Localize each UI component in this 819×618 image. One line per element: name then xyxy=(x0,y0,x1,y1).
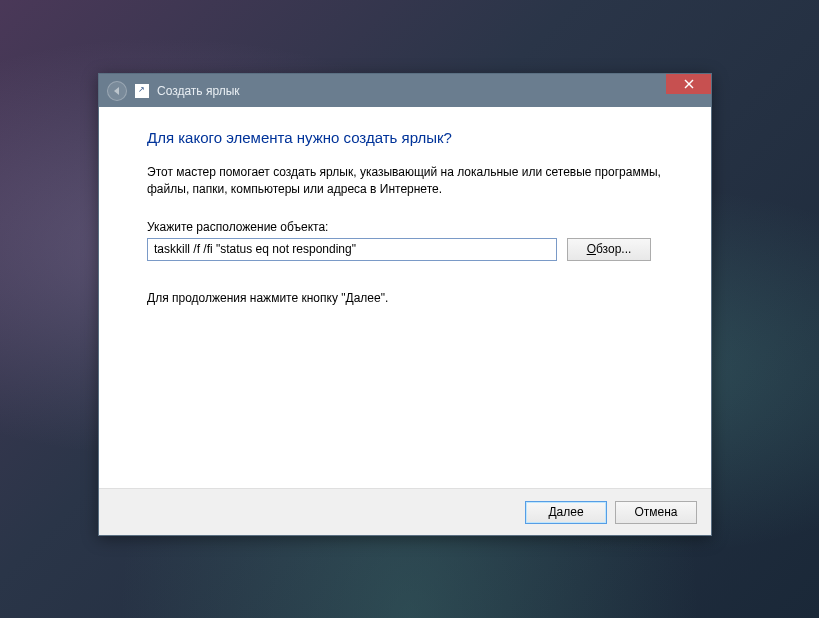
cancel-button[interactable]: Отмена xyxy=(615,501,697,524)
close-icon xyxy=(684,79,694,89)
path-input[interactable] xyxy=(147,238,557,261)
wizard-content: Для какого элемента нужно создать ярлык?… xyxy=(99,107,711,488)
window-title: Создать ярлык xyxy=(157,84,240,98)
wizard-footer: Далее Отмена xyxy=(99,488,711,535)
titlebar: Создать ярлык xyxy=(99,74,711,107)
browse-button[interactable]: Обзор... xyxy=(567,238,651,261)
back-button[interactable] xyxy=(107,81,127,101)
path-label: Укажите расположение объекта: xyxy=(147,220,663,234)
close-button[interactable] xyxy=(666,74,711,94)
create-shortcut-wizard: Создать ярлык Для какого элемента нужно … xyxy=(98,73,712,536)
next-button[interactable]: Далее xyxy=(525,501,607,524)
shortcut-icon xyxy=(135,84,149,98)
page-description: Этот мастер помогает создать ярлык, указ… xyxy=(147,164,663,198)
continue-instruction: Для продолжения нажмите кнопку "Далее". xyxy=(147,291,663,305)
page-heading: Для какого элемента нужно создать ярлык? xyxy=(147,129,663,146)
path-input-row: Обзор... xyxy=(147,238,663,261)
